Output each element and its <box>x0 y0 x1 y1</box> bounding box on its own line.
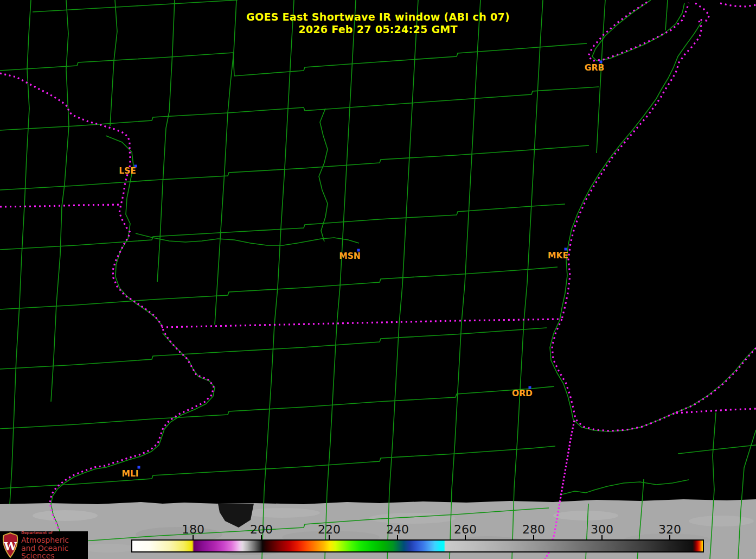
colorbar-tick-mark <box>465 535 466 539</box>
colorbar-tick-mark <box>601 535 603 539</box>
city-label-lse: LSE <box>119 166 136 176</box>
satellite-map: GRBLSEMSNMKEORDMLI <box>0 0 756 559</box>
city-dot-mke <box>565 248 567 251</box>
ir-texture-patch <box>689 516 754 526</box>
city-label-mli: MLI <box>121 469 138 479</box>
colorbar-tick-label-280: 280 <box>517 523 550 536</box>
city-label-ord: ORD <box>512 389 533 398</box>
colorbar-tick-label-200: 200 <box>245 523 278 536</box>
ir-texture-patch <box>33 510 98 521</box>
colorbar-tick-mark <box>533 535 534 539</box>
image-title: GOES East Shortwave IR window (ABI ch 07… <box>0 11 756 36</box>
colorbar-tick-mark <box>261 535 262 539</box>
ir-texture-patch <box>553 511 618 520</box>
colorbar-gradient <box>131 539 704 552</box>
colorbar-tick-label-260: 260 <box>449 523 482 536</box>
ir-texture-patch <box>244 508 320 518</box>
colorbar-tick-label-320: 320 <box>654 523 686 536</box>
colorbar-tick-mark <box>193 535 194 539</box>
title-timestamp-line: 2026 Feb 27 05:24:25 GMT <box>0 23 756 36</box>
colorbar-tick-label-180: 180 <box>177 523 209 536</box>
logo-text: Department of Atmospheric and Oceanic Sc… <box>21 531 88 559</box>
logo-dept-line: Department of <box>21 531 88 535</box>
ir-cold-background <box>0 0 756 559</box>
uw-crest-icon: W <box>2 532 18 558</box>
ir-texture-patch <box>81 544 136 552</box>
colorbar-tick-mark <box>669 535 670 539</box>
colorbar-tick-label-300: 300 <box>586 523 618 536</box>
uw-aos-logo: W Department of Atmospheric and Oceanic … <box>0 531 88 559</box>
city-label-grb: GRB <box>585 63 604 73</box>
city-label-msn: MSN <box>339 251 361 261</box>
title-product-line: GOES East Shortwave IR window (ABI ch 07… <box>0 11 756 23</box>
goes-satellite-image-viewer: GRBLSEMSNMKEORDMLI GOES East Shortwave I… <box>0 0 756 559</box>
city-dot-mli <box>138 466 140 469</box>
colorbar-tick-mark <box>397 535 398 539</box>
city-label-mke: MKE <box>548 251 568 261</box>
colorbar-tick-label-220: 220 <box>313 523 345 536</box>
logo-name-line1: Atmospheric <box>21 536 88 544</box>
colorbar-tick-label-240: 240 <box>381 523 414 536</box>
crest-letter: W <box>3 539 17 553</box>
colorbar-tick-mark <box>329 535 330 539</box>
logo-name-line2: and Oceanic Sciences <box>21 544 88 559</box>
